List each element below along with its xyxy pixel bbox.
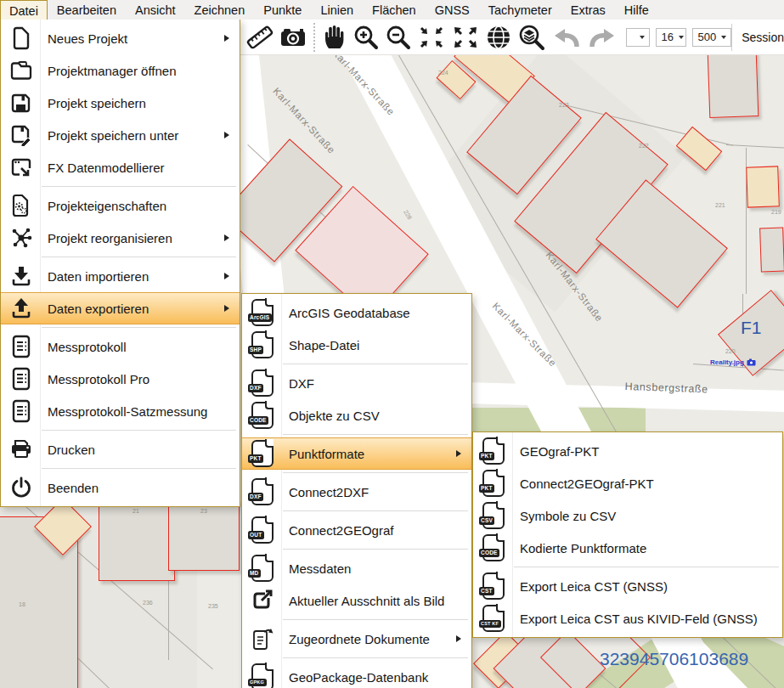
menu-item-export-leica-cst-gnss[interactable]: CST Export Leica CST (GNSS) (473, 570, 782, 602)
redo-icon (587, 25, 618, 50)
pkt-file-icon: PKT (473, 470, 513, 497)
menu-item-messprotokoll[interactable]: Messprotokoll (1, 330, 240, 363)
menu-item-arcgis-geodatabase[interactable]: ArcGIS ArcGIS Geodatabase (242, 296, 471, 329)
toolbar-combo-empty[interactable] (626, 28, 650, 47)
menu-item-geopackage-datenbank[interactable]: GPKG GeoPackage-Datenbank (242, 661, 471, 688)
arrows-inward-icon (417, 24, 446, 51)
file-menu: Neues Projekt Projektmanager öffnen Proj… (0, 19, 240, 507)
menubar-item-linien[interactable]: Linien (311, 0, 363, 20)
menu-separator (514, 567, 779, 567)
menubar-item-extras[interactable]: Extras (561, 0, 615, 20)
session-label[interactable]: Session (731, 24, 784, 51)
menu-item-beenden[interactable]: Beenden (1, 471, 240, 504)
toolbar-combo-500[interactable]: 500 (692, 28, 731, 47)
menu-item-label: Daten exportieren (41, 302, 224, 316)
menu-item-messdaten[interactable]: MD Messdaten (242, 552, 471, 584)
menubar-item-gnss[interactable]: GNSS (426, 0, 479, 20)
menu-item-projektmanager-oeffnen[interactable]: Projektmanager öffnen (1, 54, 240, 87)
menu-item-kodierte-punktformate[interactable]: CODE Kodierte Punktformate (473, 532, 782, 564)
menu-item-geograf-pkt[interactable]: PKT GEOgraf-PKT (473, 435, 782, 467)
menu-item-symbole-zu-csv[interactable]: CSV Symbole zu CSV (473, 499, 782, 532)
menu-item-label: Neues Projekt (41, 31, 224, 46)
snapshot-button[interactable] (277, 20, 309, 54)
menu-item-label: Messdaten (282, 561, 471, 576)
menu-item-neues-projekt[interactable]: Neues Projekt (1, 22, 240, 54)
submenu-arrow-icon (456, 450, 461, 457)
parcel-line (726, 144, 784, 149)
menu-item-projekt-speichern[interactable]: Projekt speichern (1, 87, 240, 119)
submenu-arrow-icon (224, 305, 229, 312)
menu-item-connect2dxf[interactable]: DXF Connect2DXF (242, 476, 471, 508)
combo-value: 500 (697, 31, 716, 43)
code-file-icon: CODE (242, 402, 282, 429)
export-arrow-icon (1, 297, 41, 319)
menu-item-zugeordnete-dokumente[interactable]: Zugeordnete Dokumente (242, 623, 471, 655)
redo-button[interactable] (584, 20, 620, 54)
window-export-icon (1, 156, 41, 178)
menu-item-aktueller-ausschnitt-als-bild[interactable]: Aktueller Ausschnitt als Bild (242, 584, 471, 617)
report-document-icon (1, 399, 41, 423)
world-view-button[interactable] (482, 20, 515, 54)
menu-item-projekteigenschaften[interactable]: Projekteigenschaften (1, 189, 240, 222)
menubar-item-ansicht[interactable]: Ansicht (126, 0, 185, 20)
menu-item-label: GeoPackage-Datenbank (282, 670, 471, 685)
street-label: Karl-Marx-Straße (271, 86, 337, 155)
open-project-folder-icon (1, 59, 41, 82)
menu-item-daten-exportieren[interactable]: Daten exportieren (1, 292, 240, 324)
md-file-icon: MD (242, 555, 282, 582)
menubar-item-flaechen[interactable]: Flächen (363, 0, 426, 20)
menu-item-fx-datenmodellierer[interactable]: FX Datenmodellierer (1, 151, 240, 183)
menu-item-punktformate[interactable]: PKT Punktformate (242, 437, 471, 470)
menubar-item-punkte[interactable]: Punkte (254, 0, 311, 20)
search-layers-button[interactable] (515, 20, 549, 54)
menu-item-projekt-speichern-unter[interactable]: Projekt speichern unter (1, 119, 240, 151)
menubar-item-zeichnen[interactable]: Zeichnen (185, 0, 255, 20)
zoom-expand-button[interactable] (448, 20, 482, 54)
file-badge: CODE (248, 416, 269, 426)
camera-icon (279, 25, 307, 49)
parcel-number: 223 (559, 102, 569, 108)
file-badge: DXF (248, 384, 264, 393)
file-badge: ArcGIS (248, 313, 272, 323)
menu-separator (42, 468, 236, 469)
menu-item-sh​ape-datei[interactable]: SHP Shape-Datei (242, 329, 471, 361)
menu-item-label: GEOgraf-PKT (513, 444, 782, 459)
document-gears-icon (1, 194, 41, 217)
chevron-down-icon (679, 36, 684, 39)
menubar-item-datei[interactable]: Datei (0, 0, 48, 20)
menu-item-label: Zugeordnete Dokumente (282, 632, 456, 646)
menu-item-connect2geograf[interactable]: OUT Connect2GEOgraf (242, 514, 471, 546)
printer-icon (1, 439, 41, 460)
measure-button[interactable] (243, 20, 277, 54)
pan-button[interactable] (319, 20, 350, 54)
zoom-in-button[interactable] (350, 20, 382, 54)
menubar-item-tachymeter[interactable]: Tachymeter (479, 0, 561, 20)
import-arrow-icon (1, 265, 41, 287)
menu-item-projekt-reorganisieren[interactable]: Projekt reorganisieren (1, 222, 240, 254)
menubar-item-hilfe[interactable]: Hilfe (615, 0, 658, 20)
parcel-number: 224 (438, 70, 448, 76)
undo-button[interactable] (549, 20, 584, 54)
menu-item-messprotokoll-pro[interactable]: Messprotokoll Pro (1, 363, 240, 395)
menu-item-dxf[interactable]: DXF DXF (242, 367, 471, 399)
photo-attachment-link[interactable]: Reality.jpg (710, 358, 756, 366)
menu-item-connect2geograf-pkt[interactable]: PKT Connect2GEOgraf-PKT (473, 467, 782, 499)
menu-item-label: DXF (282, 376, 471, 391)
menu-item-objekte-zu-csv[interactable]: CODE Objekte zu CSV (242, 399, 471, 431)
zoom-contract-button[interactable] (415, 20, 448, 54)
menu-item-messprotokoll-satzmessung[interactable]: Messprotokoll-Satzmessung (1, 395, 240, 427)
menu-separator (283, 364, 468, 364)
menu-item-export-leica-cst-kivid-gnss[interactable]: CST KF Export Leica CST aus KIVID-Feld (… (473, 602, 782, 634)
toolbar-combo-16[interactable]: 16 (656, 28, 686, 47)
menu-item-label: Shape-Datei (282, 338, 471, 352)
menu-item-drucken[interactable]: Drucken (1, 433, 240, 465)
menu-item-daten-importieren[interactable]: Daten importieren (1, 260, 240, 292)
menu-separator (42, 257, 236, 257)
parcel-number: 228 (403, 209, 413, 221)
file-badge: MD (248, 569, 262, 578)
menubar-item-bearbeiten[interactable]: Bearbeiten (48, 0, 126, 20)
hand-icon (322, 24, 347, 51)
menu-item-label: Messprotokoll-Satzmessung (41, 404, 240, 419)
zoom-out-button[interactable] (382, 20, 415, 54)
photo-label: Reality.jpg (710, 358, 744, 366)
